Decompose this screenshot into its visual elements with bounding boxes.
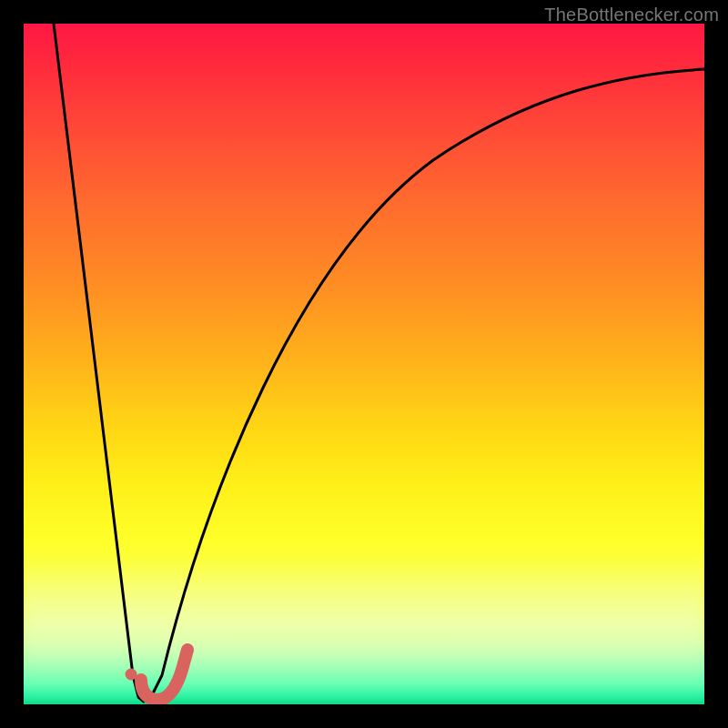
bottleneck-curve [54, 24, 704, 702]
chart-frame: TheBottlenecker.com [0, 0, 728, 728]
optimal-range-marker [141, 650, 187, 700]
watermark-text: TheBottlenecker.com [544, 5, 719, 25]
optimal-point-dot [126, 669, 137, 681]
curve-overlay [24, 24, 704, 704]
plot-area [24, 24, 704, 704]
